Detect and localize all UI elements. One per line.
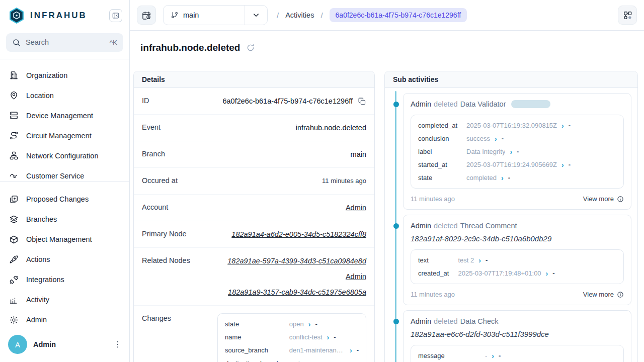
change-new-value: - bbox=[315, 320, 317, 328]
detail-row: Related Nodes182a91ae-597a-4399-34d3-c51… bbox=[134, 248, 374, 306]
sidebar-item-activity[interactable]: Activity bbox=[0, 290, 129, 310]
change-value: test 2›- bbox=[458, 256, 616, 264]
detail-value: 182a91a4-a6d2-e005-34d5-c5182324cff8 bbox=[217, 229, 366, 240]
sidebar: INFRAHUB Search ^K OrganizationLocationD… bbox=[0, 0, 130, 362]
change-new-value: - bbox=[499, 351, 501, 360]
sidebar-item-organization[interactable]: Organization bbox=[0, 65, 129, 85]
activity-object: Thread Comment bbox=[460, 222, 517, 230]
chevron-right-icon: › bbox=[308, 360, 310, 362]
card-footer: 11 minutes agoView more bbox=[411, 195, 624, 203]
page-head: infrahub.node.deleted bbox=[130, 31, 644, 71]
search-input[interactable]: Search ^K bbox=[6, 33, 123, 52]
page-title: infrahub.node.deleted bbox=[140, 42, 240, 54]
details-rows: ID6a0f2e6c-b61a-4f75-b974-c76c1e1296ffEv… bbox=[134, 88, 374, 362]
sidebar-item-integrations[interactable]: Integrations bbox=[0, 269, 129, 290]
sidebar-item-branches[interactable]: Branches bbox=[0, 209, 129, 229]
activity-time: 11 minutes ago bbox=[411, 195, 455, 203]
sidebar-item-label: Network Configuration bbox=[26, 152, 98, 160]
layers-icon bbox=[9, 215, 19, 224]
view-more-label: View more bbox=[583, 195, 614, 203]
change-key: started_at bbox=[418, 160, 457, 169]
view-more-button[interactable]: View more bbox=[583, 195, 624, 203]
change-value: main›- bbox=[289, 359, 359, 362]
avatar: A bbox=[8, 335, 27, 354]
sub-activities-timeline: AdmindeletedData Validatorcompleted_at20… bbox=[385, 88, 637, 362]
timeline-dot-icon bbox=[393, 319, 399, 324]
sidebar-collapse-button[interactable] bbox=[109, 9, 122, 22]
chevron-right-icon: › bbox=[561, 122, 564, 129]
calendar-clock-icon bbox=[142, 11, 151, 20]
chevron-right-icon: › bbox=[546, 270, 548, 277]
activity-object: Data Check bbox=[460, 317, 499, 325]
node-link[interactable]: 182a91a4-a6d2-e005-34d5-c5182324cff8 bbox=[231, 230, 366, 238]
sidebar-item-admin[interactable]: Admin bbox=[0, 310, 129, 330]
breadcrumb-entity-id[interactable]: 6a0f2e6c-b61a-4f75-b974-c76c1e1296ff bbox=[330, 8, 467, 22]
chevron-right-icon: › bbox=[492, 352, 494, 359]
sidebar-item-label: Device Management bbox=[26, 112, 93, 120]
server-icon bbox=[9, 111, 19, 120]
detail-value: main bbox=[217, 149, 366, 160]
sidebar-item-object-management[interactable]: Object Management bbox=[0, 229, 129, 249]
sidebar-item-customer-service[interactable]: Customer Service bbox=[0, 166, 129, 182]
branch-selector-chevron[interactable] bbox=[244, 6, 267, 25]
activity-action: deleted bbox=[434, 100, 458, 108]
change-old-value: den1-maintenance-conflict bbox=[289, 346, 345, 354]
change-value: completed›- bbox=[466, 173, 616, 182]
breadcrumb-separator: / bbox=[320, 11, 323, 20]
search-placeholder: Search bbox=[26, 38, 105, 46]
change-old-value: success bbox=[466, 134, 490, 143]
detail-label: Account bbox=[142, 202, 217, 211]
account-link[interactable]: Admin bbox=[346, 204, 366, 212]
detail-label: Changes bbox=[142, 313, 217, 322]
sidebar-item-proposed-changes[interactable]: Proposed Changes bbox=[0, 189, 129, 209]
kebab-menu-icon[interactable] bbox=[113, 340, 122, 349]
detail-value: 182a91ae-597a-4399-34d3-c51ca0984e8dAdmi… bbox=[217, 255, 366, 298]
sidebar-item-label: Object Management bbox=[26, 235, 92, 243]
detail-label: Branch bbox=[142, 149, 217, 158]
sub-activity-card: AdmindeletedData Check182a91aa-e6c6-d2fd… bbox=[403, 310, 631, 362]
sub-activity-title: AdmindeletedThread Comment bbox=[411, 222, 624, 230]
schema-button[interactable] bbox=[618, 6, 637, 25]
detail-value: 6a0f2e6c-b61a-4f75-b974-c76c1e1296ff bbox=[217, 96, 366, 107]
detail-row: Eventinfrahub.node.deleted bbox=[134, 115, 374, 141]
change-value: 2025-03-07T17:19:48+01:00›- bbox=[458, 269, 616, 278]
change-old-value: main bbox=[289, 359, 303, 362]
sub-activities-panel-header: Sub activities bbox=[385, 71, 637, 88]
change-value: success›- bbox=[466, 134, 616, 143]
sidebar-item-circuit-management[interactable]: Circuit Management bbox=[0, 126, 129, 146]
sidebar-menu-primary: OrganizationLocationDevice ManagementCir… bbox=[0, 59, 129, 182]
change-old-value: test 2 bbox=[458, 256, 474, 264]
network-icon bbox=[9, 151, 19, 160]
copy-button[interactable] bbox=[358, 97, 366, 106]
sidebar-item-actions[interactable]: Actions bbox=[0, 249, 129, 269]
refresh-button[interactable] bbox=[246, 43, 255, 52]
activity-node-id: 182a91af-8029-2c9c-34db-c510a6b0db29 bbox=[411, 234, 624, 243]
sidebar-item-device-management[interactable]: Device Management bbox=[0, 106, 129, 126]
node-link[interactable]: 182a91ae-597a-4399-34d3-c51ca0984e8d bbox=[227, 255, 366, 266]
change-old-value: 2025-03-07T17:19:48+01:00 bbox=[458, 269, 541, 278]
schema-icon bbox=[623, 11, 632, 20]
detail-label: Event bbox=[142, 122, 217, 131]
activity-actor: Admin bbox=[411, 222, 431, 230]
view-more-button[interactable]: View more bbox=[583, 291, 624, 298]
activity-action: deleted bbox=[434, 317, 458, 325]
time-travel-button[interactable] bbox=[137, 6, 156, 25]
map-pin-icon bbox=[9, 90, 19, 100]
branch-selector[interactable]: main bbox=[163, 5, 268, 25]
sidebar-item-network-configuration[interactable]: Network Configuration bbox=[0, 146, 129, 166]
route-icon bbox=[9, 131, 19, 140]
change-new-value: - bbox=[508, 173, 510, 182]
sidebar-item-label: Location bbox=[26, 92, 54, 100]
gear-icon bbox=[9, 315, 19, 325]
change-old-value: 2025-03-07T16:19:24.905669Z bbox=[466, 160, 557, 169]
node-link[interactable]: 182a91a9-3157-cab9-34dc-c51975e6805a bbox=[228, 287, 366, 298]
chevron-down-icon bbox=[252, 11, 261, 20]
sidebar-item-location[interactable]: Location bbox=[0, 85, 129, 106]
chevron-right-icon: › bbox=[495, 135, 497, 142]
rocket-icon bbox=[9, 255, 19, 264]
node-link[interactable]: Admin bbox=[346, 271, 366, 282]
breadcrumb-activities-link[interactable]: Activities bbox=[285, 11, 314, 19]
activity-actor: Admin bbox=[411, 317, 431, 325]
user-menu[interactable]: A Admin bbox=[0, 330, 129, 362]
change-old-value: Data Integrity bbox=[466, 147, 505, 156]
